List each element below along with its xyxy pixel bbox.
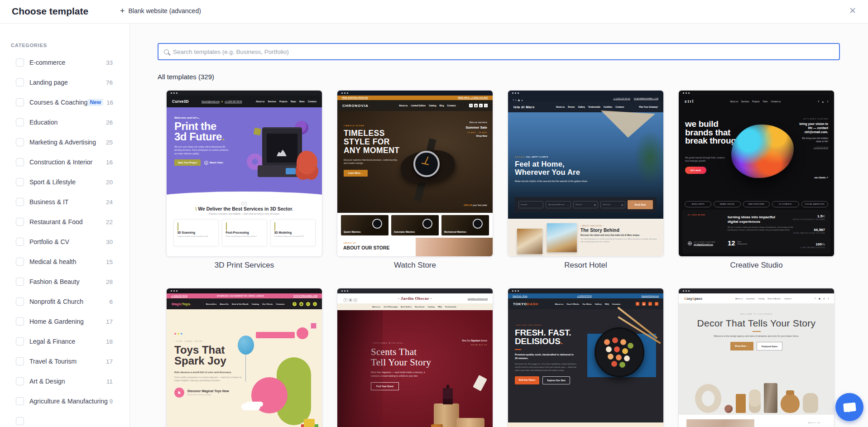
category-count: 22 bbox=[106, 219, 113, 225]
page-title: Choose template bbox=[12, 6, 88, 17]
social-icon: ◉ bbox=[299, 302, 303, 306]
balloon-illustration bbox=[238, 336, 254, 355]
story-photo bbox=[517, 229, 542, 254]
category-checkbox[interactable] bbox=[16, 317, 24, 326]
category-checkbox[interactable] bbox=[16, 297, 24, 306]
mini-headline: Decor That Tells Your Story bbox=[679, 318, 834, 329]
browser-chrome bbox=[167, 91, 322, 96]
social-icon: f bbox=[469, 104, 473, 107]
story-photo bbox=[547, 223, 577, 252]
category-checkbox[interactable] bbox=[16, 258, 24, 266]
social-icon: ◉ bbox=[474, 104, 478, 107]
printer-illustration bbox=[246, 121, 318, 191]
template-preview[interactable]: +1 (234) 567 89 00SHOWROOM: 1234 FAIRMON… bbox=[166, 288, 322, 427]
category-checkbox[interactable] bbox=[16, 178, 24, 186]
results-heading: All templates (329) bbox=[158, 73, 840, 81]
category-item[interactable]: Art & Design 11 bbox=[0, 371, 129, 391]
category-label: Portfolio & CV bbox=[29, 238, 69, 245]
mini-nav-link: Our Menu bbox=[582, 303, 592, 305]
category-checkbox[interactable] bbox=[16, 118, 24, 126]
mini-nav-link: Services bbox=[741, 101, 749, 103]
toy-icon: ♞ bbox=[174, 388, 184, 398]
category-checkbox[interactable] bbox=[16, 278, 24, 286]
template-card-magictoys[interactable]: +1 (234) 567 89 00SHOWROOM: 1234 FAIRMON… bbox=[166, 288, 322, 427]
browser-chrome bbox=[337, 91, 493, 96]
category-item[interactable]: Sport & Lifestyle 20 bbox=[0, 172, 129, 192]
template-preview[interactable]: ctrl About usServicesProjectsTeamContact… bbox=[678, 90, 834, 257]
mini-logo: ctrl bbox=[685, 99, 694, 104]
category-item[interactable]: Agriculture & Manufacturing 9 bbox=[0, 391, 129, 411]
mini-nav-link: New Scent bbox=[415, 306, 424, 308]
template-card-3d-print-services[interactable]: Curve3D 3d.print@email.com+1 (234) 567 8… bbox=[166, 90, 322, 274]
blank-website-button[interactable]: + Blank website (advanced) bbox=[120, 7, 201, 15]
mini-headline: Scents That Tell Your Story bbox=[371, 347, 493, 367]
category-checkbox[interactable] bbox=[16, 78, 24, 86]
category-item[interactable]: Legal & Finance 18 bbox=[0, 331, 129, 351]
product-tile: Quartz Watches bbox=[341, 215, 388, 235]
template-preview[interactable]: f◉▸ - Jardin Obscur - jardinobscur@email… bbox=[337, 288, 493, 427]
category-checkbox[interactable] bbox=[16, 397, 24, 405]
category-item[interactable]: Landing page 76 bbox=[0, 72, 129, 92]
template-name: Creative Studio bbox=[678, 261, 834, 274]
category-checkbox[interactable] bbox=[16, 138, 24, 146]
category-item[interactable]: Nonprofit & Church 6 bbox=[0, 292, 129, 312]
stats-panel: 01 // WHO WE ARE turning ideas into impa… bbox=[682, 210, 830, 254]
category-checkbox[interactable] bbox=[16, 98, 24, 106]
mini-nav-link: Steps bbox=[291, 101, 296, 103]
category-checkbox[interactable] bbox=[16, 58, 24, 67]
category-item[interactable]: Courses & Coaching New 16 bbox=[0, 92, 129, 112]
template-card-resort-hotel[interactable]: ft◉▸ +1 (234) 567 89 00ISLADIMARE@EMAIL.… bbox=[508, 90, 664, 274]
perfume-bottle bbox=[431, 424, 443, 427]
category-count: 16 bbox=[106, 99, 113, 106]
category-item[interactable]: Construction & Interior 16 bbox=[0, 152, 129, 172]
category-item[interactable]: Medical & health 15 bbox=[0, 252, 129, 272]
social-icon: ◉ bbox=[518, 99, 520, 101]
template-preview[interactable]: Curve3D 3d.print@email.com+1 (234) 567 8… bbox=[166, 90, 322, 257]
category-item[interactable]: Travel & Tourism 17 bbox=[0, 351, 129, 371]
template-card-cozyspace[interactable]: CozySpace About usInspirationCatalogNews… bbox=[678, 288, 834, 427]
category-label: Travel & Tourism bbox=[29, 358, 77, 365]
category-item[interactable]: Fashion & Beauty 28 bbox=[0, 272, 129, 292]
template-card-creative-studio[interactable]: ctrl About usServicesProjectsTeamContact… bbox=[678, 90, 834, 274]
product-tile: Automatic Watches bbox=[391, 215, 439, 235]
template-card-jardin-obscur[interactable]: f◉▸ - Jardin Obscur - jardinobscur@email… bbox=[337, 288, 493, 427]
category-checkbox[interactable] bbox=[16, 337, 24, 345]
category-item[interactable]: Portfolio & CV 30 bbox=[0, 232, 129, 252]
category-checkbox[interactable] bbox=[16, 158, 24, 166]
search-input[interactable] bbox=[173, 48, 834, 55]
template-card-tokyodash[interactable]: Open 8 am - 10 pm+1 (234) 567 89 00tokyo… bbox=[508, 288, 664, 427]
close-icon[interactable]: ✕ bbox=[849, 5, 856, 16]
category-item[interactable] bbox=[0, 411, 129, 427]
category-item[interactable]: Home & Gardening 17 bbox=[0, 312, 129, 331]
browser-chrome bbox=[337, 288, 493, 293]
category-checkbox[interactable] bbox=[16, 357, 24, 365]
template-preview[interactable]: CozySpace About usInspirationCatalogNews… bbox=[678, 288, 834, 427]
template-preview[interactable]: ft◉▸ +1 (234) 567 89 00ISLADIMARE@EMAIL.… bbox=[508, 90, 664, 257]
mini-nav-link: Testimonials bbox=[588, 106, 600, 108]
category-item[interactable]: Restaurant & Food 22 bbox=[0, 212, 129, 232]
category-label: Restaurant & Food bbox=[29, 218, 83, 225]
mini-cta-button: let's work bbox=[685, 167, 706, 174]
palm-illustration bbox=[634, 130, 664, 185]
category-checkbox[interactable] bbox=[16, 417, 24, 425]
category-checkbox[interactable] bbox=[16, 198, 24, 206]
template-card-watch-store[interactable]: FREE SHIPPING FROM $50NEED HELP: +1 (800… bbox=[337, 90, 493, 274]
mini-cta-button: Start Your Project bbox=[174, 159, 201, 166]
category-count: 11 bbox=[106, 378, 113, 385]
category-checkbox[interactable] bbox=[16, 377, 24, 385]
template-preview[interactable]: Open 8 am - 10 pm+1 (234) 567 89 00tokyo… bbox=[508, 288, 664, 427]
mini-nav-link: About us bbox=[372, 306, 380, 308]
category-item[interactable]: Business & IT 24 bbox=[0, 192, 129, 212]
mini-secondary-button: Featured Items bbox=[757, 342, 783, 350]
mini-nav-link: Deal of the Month bbox=[232, 303, 249, 305]
search-bar[interactable] bbox=[158, 43, 840, 60]
category-checkbox[interactable] bbox=[16, 218, 24, 226]
category-checkbox[interactable] bbox=[16, 238, 24, 246]
chat-button[interactable] bbox=[835, 393, 863, 421]
model-icon bbox=[274, 222, 275, 231]
category-item[interactable]: E-commerce 33 bbox=[0, 53, 129, 72]
mini-nav-link: Our Philosophy bbox=[384, 306, 398, 308]
category-item[interactable]: Marketing & Advertising 25 bbox=[0, 132, 129, 152]
category-item[interactable]: Education 26 bbox=[0, 112, 129, 132]
template-preview[interactable]: FREE SHIPPING FROM $50NEED HELP: +1 (800… bbox=[337, 90, 493, 257]
